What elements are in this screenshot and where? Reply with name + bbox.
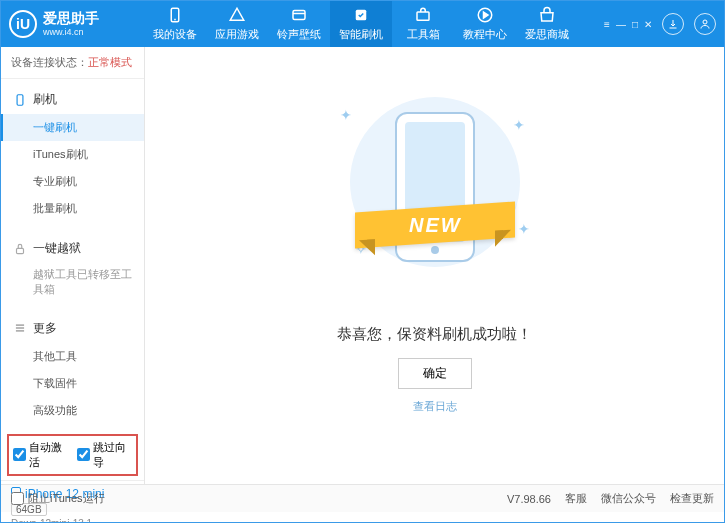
sidebar-item-oneclick-flash[interactable]: 一键刷机 <box>1 114 144 141</box>
checkbox-skip-setup[interactable]: 跳过向导 <box>77 440 133 470</box>
sidebar: 设备连接状态：正常模式 刷机 一键刷机 iTunes刷机 专业刷机 批量刷机 一… <box>1 47 145 484</box>
sidebar-item-other-tools[interactable]: 其他工具 <box>1 343 144 370</box>
media-icon <box>290 6 308 24</box>
store-icon <box>538 6 556 24</box>
user-icon <box>699 18 711 30</box>
logo-area: iU 爱思助手 www.i4.cn <box>9 10 144 38</box>
sidebar-item-batch-flash[interactable]: 批量刷机 <box>1 195 144 222</box>
nav-toolbox[interactable]: 工具箱 <box>392 1 454 47</box>
svg-rect-10 <box>17 248 24 253</box>
phone-icon <box>13 93 27 107</box>
ok-button[interactable]: 确定 <box>398 358 472 389</box>
titlebar-right: ≡ — □ ✕ <box>604 13 716 35</box>
flash-icon <box>352 6 370 24</box>
apps-icon <box>228 6 246 24</box>
checkbox-auto-activate[interactable]: 自动激活 <box>13 440 69 470</box>
close-icon[interactable]: ✕ <box>644 19 652 30</box>
lock-icon <box>13 242 27 256</box>
checkbox-block-itunes[interactable]: 阻止iTunes运行 <box>11 491 105 506</box>
sidebar-item-itunes-flash[interactable]: iTunes刷机 <box>1 141 144 168</box>
connection-status: 设备连接状态：正常模式 <box>1 47 144 79</box>
sidebar-header-jailbreak[interactable]: 一键越狱 <box>1 234 144 263</box>
menu-icon[interactable]: ≡ <box>604 19 610 30</box>
nav-tutorials[interactable]: 教程中心 <box>454 1 516 47</box>
customer-service-link[interactable]: 客服 <box>565 491 587 506</box>
download-button[interactable] <box>662 13 684 35</box>
success-message: 恭喜您，保资料刷机成功啦！ <box>337 325 532 344</box>
sidebar-header-more[interactable]: 更多 <box>1 314 144 343</box>
sidebar-item-download-firmware[interactable]: 下载固件 <box>1 370 144 397</box>
check-update-link[interactable]: 检查更新 <box>670 491 714 506</box>
tutorial-icon <box>476 6 494 24</box>
nav-ringtones[interactable]: 铃声壁纸 <box>268 1 330 47</box>
view-log-link[interactable]: 查看日志 <box>413 399 457 414</box>
success-illustration: ✦✦✧✦ NEW <box>365 97 505 297</box>
nav-smart-flash[interactable]: 智能刷机 <box>330 1 392 47</box>
app-url: www.i4.cn <box>43 27 99 38</box>
checkbox-highlight-box: 自动激活 跳过向导 <box>7 434 138 476</box>
sidebar-item-pro-flash[interactable]: 专业刷机 <box>1 168 144 195</box>
svg-rect-5 <box>417 12 429 20</box>
svg-point-8 <box>703 20 707 24</box>
device-model: Down-12mini-13,1 <box>11 518 134 523</box>
nav-apps-games[interactable]: 应用游戏 <box>206 1 268 47</box>
nav-my-device[interactable]: 我的设备 <box>144 1 206 47</box>
main-content: ✦✦✧✦ NEW 恭喜您，保资料刷机成功啦！ 确定 查看日志 <box>145 47 724 484</box>
list-icon <box>13 321 27 335</box>
user-button[interactable] <box>694 13 716 35</box>
title-bar: iU 爱思助手 www.i4.cn 我的设备 应用游戏 铃声壁纸 智能刷机 工具… <box>1 1 724 47</box>
minimize-icon[interactable]: — <box>616 19 626 30</box>
maximize-icon[interactable]: □ <box>632 19 638 30</box>
top-nav: 我的设备 应用游戏 铃声壁纸 智能刷机 工具箱 教程中心 爱思商城 <box>144 1 604 47</box>
wechat-link[interactable]: 微信公众号 <box>601 491 656 506</box>
device-icon <box>166 6 184 24</box>
sidebar-jailbreak-note: 越狱工具已转移至工具箱 <box>1 263 144 302</box>
svg-marker-7 <box>484 12 489 18</box>
app-logo-icon: iU <box>9 10 37 38</box>
svg-rect-2 <box>293 11 305 20</box>
svg-rect-9 <box>17 94 23 105</box>
sidebar-header-flash[interactable]: 刷机 <box>1 85 144 114</box>
version-label: V7.98.66 <box>507 493 551 505</box>
nav-store[interactable]: 爱思商城 <box>516 1 578 47</box>
app-name: 爱思助手 <box>43 10 99 27</box>
window-controls: ≡ — □ ✕ <box>604 19 652 30</box>
toolbox-icon <box>414 6 432 24</box>
sidebar-item-advanced[interactable]: 高级功能 <box>1 397 144 424</box>
download-icon <box>667 18 679 30</box>
